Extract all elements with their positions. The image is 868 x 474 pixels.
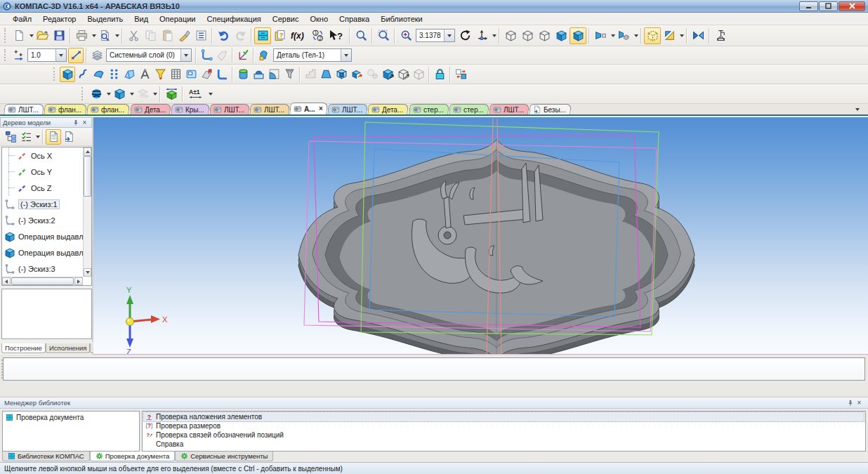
scroll-thumb[interactable] — [84, 156, 91, 197]
panel-pin-button[interactable] — [71, 119, 80, 127]
zoom-area-button[interactable] — [353, 27, 369, 44]
menu-editor[interactable]: Редактор — [37, 13, 81, 25]
section-display-button[interactable] — [661, 27, 678, 44]
op-spline-button[interactable] — [75, 67, 91, 82]
op-condition-button[interactable] — [199, 67, 214, 82]
hidden-lines-view-button[interactable] — [519, 27, 536, 44]
new-document-dropdown[interactable] — [27, 28, 34, 44]
op-swap-button[interactable] — [453, 67, 468, 82]
op-surface-button[interactable] — [91, 67, 106, 82]
dimensions-display-button[interactable] — [644, 27, 661, 44]
op-extract-button[interactable] — [349, 67, 364, 82]
scroll-left-arrow[interactable] — [2, 277, 11, 285]
doc-tab-10[interactable]: Дета... — [368, 104, 409, 114]
doc-tab-1[interactable]: ЛШТ... — [4, 104, 44, 114]
menu-help[interactable]: Справка — [334, 13, 375, 25]
shaded-view-button[interactable] — [553, 27, 570, 44]
tree-document-button[interactable] — [46, 129, 61, 145]
redo-button[interactable] — [232, 27, 249, 44]
doc-tab-13[interactable]: ЛШТ... — [489, 104, 530, 114]
tree-item-axis-z[interactable]: Ось Z — [2, 180, 91, 196]
mirror-button[interactable] — [690, 27, 706, 44]
tree-item-axis-y[interactable]: Ось Y — [2, 164, 91, 180]
tab-service-tools[interactable]: Сервисные инструменты — [175, 452, 273, 461]
tree-tab-versions[interactable]: Исполнения — [46, 343, 91, 353]
op-filter-button[interactable] — [152, 67, 168, 82]
cut-button[interactable] — [125, 27, 142, 44]
function-overlap-check[interactable]: Проверка наложения элементов — [144, 412, 864, 421]
step-combo[interactable]: 1.0 — [27, 48, 67, 62]
function-help[interactable]: Справка — [144, 440, 864, 449]
tree-item-axis-x[interactable]: Ось X — [2, 147, 91, 164]
step-dropdown[interactable] — [55, 49, 66, 61]
menu-view[interactable]: Вид — [129, 13, 154, 25]
tree-filter-dropdown[interactable] — [34, 129, 40, 145]
menu-select[interactable]: Выделить — [81, 13, 129, 25]
tolerance-button[interactable]: A±1 — [185, 86, 206, 103]
section-display-dropdown[interactable] — [678, 28, 684, 44]
layer-combo[interactable]: Системный слой (0) — [106, 48, 192, 62]
print-button[interactable] — [73, 27, 90, 44]
op-shell-button[interactable] — [334, 67, 349, 82]
op-dome-button[interactable] — [251, 67, 266, 82]
check-axes-button[interactable] — [235, 48, 251, 63]
tree-horizontal-scrollbar[interactable] — [2, 277, 83, 285]
menu-specification[interactable]: Спецификация — [202, 13, 267, 25]
op-lock-button[interactable] — [432, 67, 447, 82]
solid-display-button[interactable] — [111, 86, 128, 103]
perspective-dropdown[interactable] — [609, 28, 615, 44]
open-button[interactable] — [34, 27, 51, 44]
op-ghost-button[interactable] — [411, 67, 426, 82]
tab-document-check[interactable]: Проверка документа — [90, 452, 176, 461]
solid-display-dropdown[interactable] — [128, 86, 134, 102]
properties-button[interactable] — [192, 27, 209, 44]
op-points-button[interactable] — [106, 67, 121, 82]
tab-close-icon[interactable]: × — [319, 105, 323, 112]
menu-window[interactable]: Окно — [304, 13, 334, 25]
zoom-scale-combo[interactable]: 3.1378 — [416, 29, 455, 42]
op-polygon-button[interactable] — [121, 67, 137, 82]
shift-view-dropdown[interactable] — [490, 28, 497, 44]
op-extrude-button[interactable] — [60, 67, 75, 82]
op-fillet-button[interactable] — [266, 67, 282, 82]
shaded-edges-view-button[interactable] — [570, 27, 586, 44]
maximize-button[interactable] — [819, 1, 838, 11]
menu-libraries[interactable]: Библиотеки — [375, 13, 428, 25]
save-button[interactable] — [51, 27, 67, 44]
tree-item-extrude-1[interactable]: Операция выдавл — [2, 228, 91, 244]
doc-tab-4[interactable]: Дета... — [130, 104, 171, 114]
toolbar-grip[interactable] — [81, 87, 85, 100]
orientation-button[interactable] — [615, 27, 632, 44]
op-cylinder-button[interactable] — [235, 67, 251, 82]
panel-pin-button[interactable] — [846, 399, 855, 407]
menu-operations[interactable]: Операции — [154, 13, 201, 25]
copy-button[interactable] — [142, 27, 159, 44]
wireframe-view-button[interactable] — [502, 27, 519, 44]
library-manager-button[interactable] — [254, 27, 271, 44]
layer-dropdown[interactable] — [180, 49, 191, 61]
paste-button[interactable] — [159, 27, 176, 44]
undo-button[interactable] — [215, 27, 232, 44]
tolerance-dropdown[interactable] — [206, 86, 213, 102]
zoom-in-button[interactable] — [397, 27, 414, 44]
op-steps-button[interactable] — [303, 67, 318, 82]
function-dimension-check[interactable]: Проверка размеров — [144, 421, 864, 430]
function-position-links-check[interactable]: Проверка связей обозначений позиций — [144, 430, 864, 440]
panel-close-button[interactable]: × — [855, 399, 864, 407]
zoom-scale-dropdown[interactable] — [444, 29, 454, 41]
menu-file[interactable]: Файл — [7, 13, 37, 25]
tree-item-sketch-2[interactable]: (-) Эскиз:2 — [2, 212, 91, 228]
scroll-right-arrow[interactable] — [74, 277, 83, 285]
snap-step-button[interactable] — [11, 48, 26, 63]
scroll-down-arrow[interactable] — [84, 268, 91, 277]
tree-structure-button[interactable] — [3, 129, 18, 145]
tree-item-sketch-1[interactable]: (-) Эскиз:1 — [2, 196, 91, 212]
property-message-bar[interactable] — [3, 357, 865, 381]
op-spec-button[interactable] — [168, 67, 183, 82]
doc-tab-8-active[interactable]: А...× — [289, 103, 328, 114]
scroll-thumb[interactable] — [11, 277, 74, 285]
close-button[interactable] — [839, 1, 865, 11]
ghost-display-button[interactable] — [134, 86, 151, 103]
fx-variables-button[interactable]: f(x) — [288, 27, 309, 44]
doc-tab-9[interactable]: ЛШТ... — [328, 104, 369, 114]
